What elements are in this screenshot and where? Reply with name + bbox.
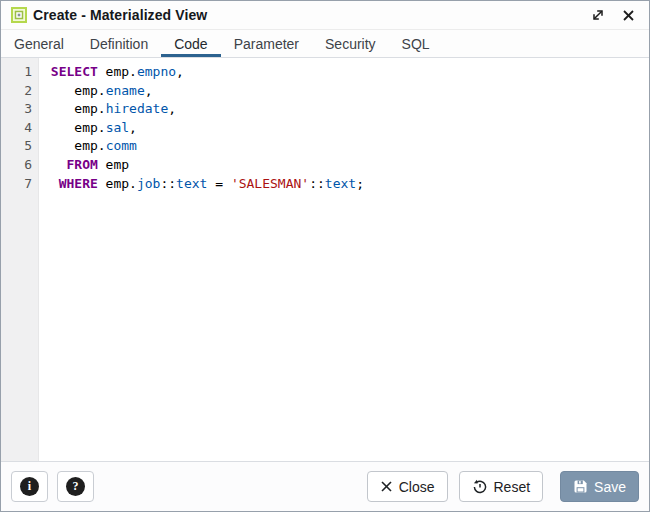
code-line[interactable]: WHERE emp.job::text = 'SALESMAN'::text; [43, 175, 645, 194]
tab-general[interactable]: General [1, 30, 77, 57]
tab-sql[interactable]: SQL [389, 30, 443, 57]
help-button[interactable]: ? [57, 471, 94, 502]
line-number: 1 [1, 63, 32, 82]
close-window-button[interactable] [617, 4, 639, 26]
dialog-titlebar: Create - Materialized View [1, 1, 649, 30]
close-x-icon [380, 480, 393, 493]
materialized-view-icon [11, 7, 27, 23]
code-line[interactable]: emp.sal, [43, 119, 645, 138]
code-line[interactable]: emp.comm [43, 137, 645, 156]
reset-button[interactable]: Reset [459, 471, 544, 502]
save-floppy-icon [573, 479, 588, 494]
line-number: 4 [1, 119, 32, 138]
expand-icon [591, 8, 605, 22]
tab-parameter[interactable]: Parameter [221, 30, 312, 57]
sql-code-editor[interactable]: 1234567 SELECT emp.empno, emp.ename, emp… [1, 58, 649, 461]
info-button[interactable]: i [11, 471, 48, 502]
line-number: 6 [1, 156, 32, 175]
tab-security[interactable]: Security [312, 30, 389, 57]
code-line[interactable]: FROM emp [43, 156, 645, 175]
tab-code[interactable]: Code [161, 30, 220, 57]
code-line[interactable]: emp.hiredate, [43, 100, 645, 119]
save-button[interactable]: Save [560, 471, 639, 502]
help-icon: ? [66, 477, 85, 496]
expand-button[interactable] [587, 4, 609, 26]
close-icon [622, 9, 635, 22]
reset-icon [472, 479, 488, 495]
dialog-tabs: General Definition Code Parameter Securi… [1, 30, 649, 58]
info-icon: i [20, 477, 39, 496]
code-line[interactable]: SELECT emp.empno, [43, 63, 645, 82]
line-number-gutter: 1234567 [1, 58, 39, 461]
line-number: 3 [1, 100, 32, 119]
code-area[interactable]: SELECT emp.empno, emp.ename, emp.hiredat… [39, 58, 649, 461]
line-number: 2 [1, 82, 32, 101]
dialog-footer: i ? Close Reset Save [1, 461, 649, 511]
close-button[interactable]: Close [367, 471, 448, 502]
code-line[interactable]: emp.ename, [43, 82, 645, 101]
tab-definition[interactable]: Definition [77, 30, 161, 57]
dialog-title: Create - Materialized View [33, 7, 207, 23]
line-number: 7 [1, 175, 32, 194]
line-number: 5 [1, 137, 32, 156]
